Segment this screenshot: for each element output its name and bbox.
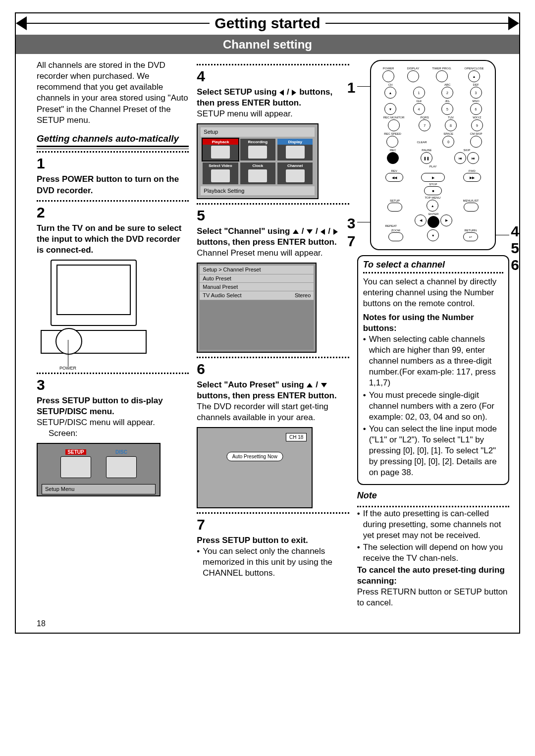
page-number: 18 — [16, 619, 519, 633]
remote-btn-menulist — [464, 203, 479, 212]
step-4-bold: Select SETUP using / buttons, then press… — [197, 87, 349, 108]
divider-icon — [37, 200, 189, 202]
remote-btn-recmon — [388, 119, 400, 131]
intro-text: All channels are stored in the DVD recor… — [37, 60, 189, 126]
step-3-body: SETUP/DISC menu will appear. — [37, 417, 189, 428]
tile-playback: Playback — [203, 139, 238, 145]
remote-btn-5: 5 — [441, 103, 453, 115]
note-bullets: If the auto presetting is can-celled dur… — [357, 508, 509, 564]
step-1-text: Press POWER button to turn on the DVD re… — [37, 174, 189, 196]
step-num-7: 7 — [197, 515, 349, 534]
remote-btn-skipback: ⏮ — [454, 152, 466, 164]
step-7-bullets: You can select only the channels memoriz… — [197, 546, 349, 579]
sd-disc-label: DISC — [115, 449, 127, 455]
callout-3: 3 — [347, 214, 356, 233]
notes-head: Notes for using the Number buttons: — [363, 312, 503, 334]
remote-lbl-power: POWER — [383, 67, 394, 70]
tv-diagram: POWER — [37, 260, 151, 369]
header-arrow-left-icon — [16, 16, 27, 30]
column-3: 1 3 7 4 5 6 POWER DISPLAY TIMER PROG. OP… — [357, 60, 509, 608]
divider-icon — [37, 151, 189, 153]
header-arrow-right-icon — [508, 16, 519, 30]
step-num-4: 4 — [197, 66, 349, 86]
triangle-right-icon — [292, 90, 296, 96]
remote-btn-2: 2 — [441, 87, 453, 99]
remote-btn-power — [382, 70, 394, 82]
remote-btn-rec — [387, 152, 399, 164]
remote-btn-chdn: ▼ — [384, 103, 396, 115]
tile-display: Display — [277, 139, 313, 145]
tile-select-video: Select Video — [203, 162, 238, 168]
remote-btn-stop: ■ — [424, 186, 442, 195]
bullet-item: The selection will depend on how you rec… — [357, 542, 509, 564]
step-5-bold: Select "Channel" using / / / buttons, th… — [197, 226, 349, 248]
remote-btn-skipfwd: ⏭ — [467, 152, 479, 164]
select-channel-box: To select a channel You can select a cha… — [357, 255, 509, 485]
remote-btn-play: ▶ — [421, 173, 445, 182]
remote-lbl-recmon: REC MONITOR — [383, 116, 405, 119]
step-7-bold: Press SETUP button to exit. — [197, 535, 349, 546]
remote-lbl-timer: TIMER PROG. — [432, 67, 452, 70]
divider-icon — [357, 506, 509, 507]
bullet-item: You can select only the channels memoriz… — [197, 546, 349, 579]
sd-footer: Setup Menu — [42, 484, 156, 494]
tile-channel: Channel — [277, 162, 313, 168]
menu-row: TV Audio SelectStereo — [200, 291, 314, 299]
power-label: POWER — [59, 366, 76, 372]
triangle-up-icon — [293, 229, 299, 234]
subhead-auto: Getting channels auto-matically — [37, 133, 189, 148]
bullet-item: When selecting cable channels which are … — [363, 334, 503, 388]
callout-1: 1 — [347, 78, 356, 97]
step-num-6: 6 — [197, 359, 349, 378]
callout-7: 7 — [347, 231, 356, 251]
menu-row: Manual Preset — [200, 283, 314, 291]
bullet-item: You must precede single-digit channel nu… — [363, 390, 503, 423]
remote-btn-pause: ❚❚ — [421, 152, 432, 164]
chapter-header: Getting started — [16, 13, 519, 33]
divider-icon — [197, 203, 349, 205]
remote-lbl-open: OPEN/CLOSE — [464, 67, 483, 70]
triangle-up-icon — [307, 383, 313, 387]
remote-btn-display — [407, 70, 419, 82]
remote-btn-9: 9 — [471, 119, 483, 131]
triangle-down-icon — [307, 229, 313, 234]
cancel-head: To cancel the auto preset-ting during sc… — [357, 565, 509, 587]
step-3-indent: Screen: — [37, 428, 189, 439]
remote-btn-3: 3 — [470, 87, 482, 99]
step-2-text: Turn the TV on and be sure to select the… — [37, 223, 189, 256]
divider-icon — [37, 373, 189, 374]
remote-btn-recspeed — [386, 136, 398, 148]
remote-btn-left: ◀ — [415, 215, 427, 226]
remote-btn-topmenu: ▲ — [427, 200, 438, 212]
triangle-left-icon — [279, 90, 284, 96]
setup-disc-screenshot: SETUP DISC Setup Menu — [37, 443, 160, 496]
step-num-1: 1 — [37, 154, 189, 173]
callout-6: 6 — [511, 255, 519, 274]
note-title: Note — [357, 490, 509, 501]
remote-btn-open: ▲ — [468, 70, 480, 82]
sd-setup-label: SETUP — [65, 449, 86, 455]
setup-tile-icon — [60, 456, 91, 478]
remote-btn-fwd: ▶▶ — [463, 173, 481, 182]
remote-body: POWER DISPLAY TIMER PROG. OPEN/CLOSE▲ CH… — [370, 60, 496, 250]
step-num-3: 3 — [37, 375, 189, 394]
step-num-2: 2 — [37, 203, 189, 222]
remote-btn-enter — [428, 216, 439, 228]
select-title: To select a channel — [363, 259, 503, 270]
remote-btn-setup — [387, 203, 402, 212]
auto-preset-screenshot: CH 18 Auto Presetting Now — [197, 427, 313, 508]
tile-clock: Clock — [240, 162, 275, 168]
triangle-down-icon — [321, 383, 327, 387]
step-5-body: Channel Preset menu will appear. — [197, 248, 349, 259]
chapter-title: Getting started — [210, 13, 325, 33]
remote-btn-down: ▼ — [427, 229, 439, 241]
section-title-bar: Channel setting — [16, 35, 519, 54]
bullet-item: You can select the line input mode ("L1"… — [363, 424, 503, 478]
remote-btn-1: 1 — [413, 87, 425, 99]
remote-lbl-display: DISPLAY — [407, 67, 420, 70]
divider-icon — [197, 357, 349, 358]
triangle-right-icon — [333, 229, 338, 235]
channel-preset-screenshot: Setup > Channel Preset Auto Preset Manua… — [197, 263, 317, 352]
remote-btn-chup: ▲ — [384, 87, 396, 99]
remote-diagram: 1 3 7 4 5 6 POWER DISPLAY TIMER PROG. OP… — [357, 60, 509, 250]
